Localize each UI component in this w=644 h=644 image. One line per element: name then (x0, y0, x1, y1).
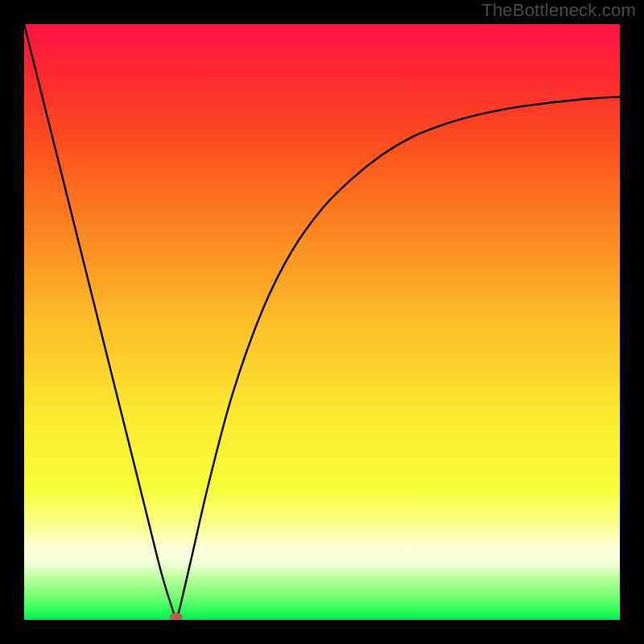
chart-frame: TheBottleneck.com (0, 0, 644, 644)
attribution-text: TheBottleneck.com (481, 0, 636, 21)
plot-area (24, 24, 620, 620)
bottleneck-chart (24, 24, 620, 620)
gradient-background (24, 24, 620, 620)
